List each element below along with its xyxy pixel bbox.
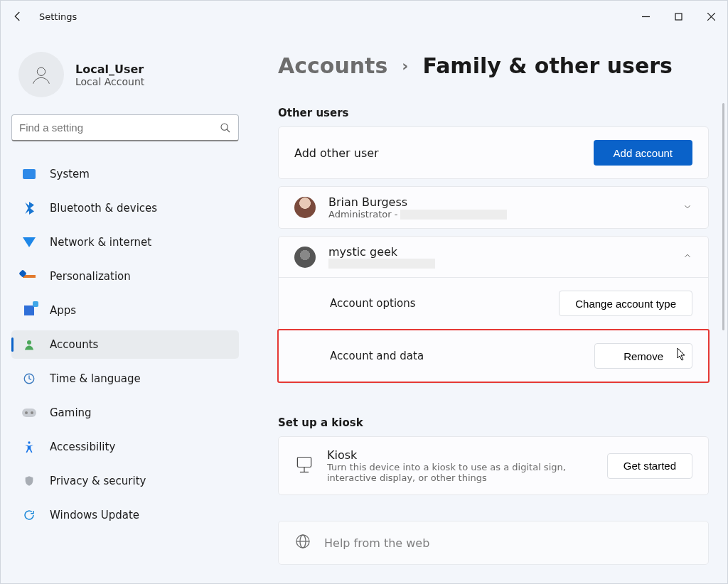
gamepad-icon bbox=[21, 405, 37, 421]
remove-button[interactable]: Remove bbox=[594, 343, 692, 369]
close-button[interactable] bbox=[695, 1, 727, 32]
add-other-user-label: Add other user bbox=[294, 146, 379, 160]
page-title: Family & other users bbox=[422, 53, 673, 78]
profile-block[interactable]: Local_User Local Account bbox=[11, 52, 239, 97]
sidebar: Local_User Local Account System Bluetoot… bbox=[1, 32, 250, 583]
kiosk-description: Turn this device into a kiosk to use as … bbox=[327, 462, 569, 483]
nav-accounts[interactable]: Accounts bbox=[11, 330, 239, 359]
account-and-data-row: Account and data Remove bbox=[279, 330, 708, 382]
add-other-user-row: Add other user Add account bbox=[278, 126, 709, 179]
user-expanded-options: Account options Change account type Acco… bbox=[279, 277, 708, 383]
svg-point-5 bbox=[221, 124, 228, 130]
user-mystic-geek: mystic geek Account options Change accou… bbox=[278, 236, 709, 384]
breadcrumb: Accounts › Family & other users bbox=[278, 53, 709, 78]
scrollbar[interactable] bbox=[722, 103, 724, 330]
nav-personalization[interactable]: Personalization bbox=[11, 262, 239, 291]
main-content: Accounts › Family & other users Other us… bbox=[250, 32, 727, 583]
get-started-button[interactable]: Get started bbox=[607, 453, 692, 479]
breadcrumb-root[interactable]: Accounts bbox=[278, 53, 387, 78]
update-icon bbox=[21, 507, 37, 523]
brush-icon bbox=[21, 269, 37, 284]
redacted-text bbox=[400, 210, 507, 220]
search-input[interactable] bbox=[19, 121, 220, 134]
chevron-right-icon: › bbox=[402, 57, 408, 75]
display-icon bbox=[21, 166, 37, 182]
nav-network[interactable]: Network & internet bbox=[11, 228, 239, 256]
svg-rect-10 bbox=[297, 457, 311, 467]
avatar-icon bbox=[294, 247, 316, 268]
user-name: Brian Burgess bbox=[328, 195, 507, 209]
globe-icon bbox=[294, 533, 311, 553]
highlight-annotation: Account and data Remove bbox=[277, 329, 710, 383]
kiosk-icon bbox=[294, 455, 314, 477]
search-box[interactable] bbox=[11, 114, 239, 141]
redacted-text bbox=[328, 259, 435, 269]
profile-name: Local_User bbox=[75, 63, 144, 76]
user-row[interactable]: Brian Burgess Administrator - bbox=[279, 187, 708, 228]
svg-point-7 bbox=[27, 340, 31, 345]
window-controls bbox=[629, 1, 727, 32]
bluetooth-icon bbox=[21, 200, 37, 216]
nav-list: System Bluetooth & devices Network & int… bbox=[11, 160, 239, 529]
nav-bluetooth[interactable]: Bluetooth & devices bbox=[11, 194, 239, 222]
svg-point-4 bbox=[37, 67, 45, 75]
nav-apps[interactable]: Apps bbox=[11, 296, 239, 325]
search-icon bbox=[220, 122, 231, 134]
wifi-icon bbox=[21, 234, 37, 250]
account-options-label: Account options bbox=[330, 297, 416, 310]
profile-type: Local Account bbox=[75, 76, 144, 87]
user-brian-burgess: Brian Burgess Administrator - bbox=[278, 186, 709, 229]
add-account-button[interactable]: Add account bbox=[594, 140, 692, 166]
user-row[interactable]: mystic geek bbox=[279, 237, 708, 277]
kiosk-title: Kiosk bbox=[327, 448, 569, 462]
nav-gaming[interactable]: Gaming bbox=[11, 399, 239, 427]
user-role bbox=[328, 259, 435, 269]
nav-windows-update[interactable]: Windows Update bbox=[11, 501, 239, 529]
nav-accessibility[interactable]: Accessibility bbox=[11, 433, 239, 461]
chevron-up-icon bbox=[682, 250, 692, 264]
kiosk-heading: Set up a kiosk bbox=[278, 416, 709, 429]
user-role: Administrator - bbox=[328, 209, 507, 220]
clock-globe-icon bbox=[21, 371, 37, 386]
avatar-icon bbox=[18, 52, 64, 97]
accessibility-icon bbox=[21, 439, 37, 455]
avatar-icon bbox=[294, 197, 316, 218]
help-label: Help from the web bbox=[324, 536, 429, 550]
minimize-button[interactable] bbox=[629, 1, 662, 32]
account-options-row: Account options Change account type bbox=[279, 278, 708, 329]
chevron-down-icon bbox=[682, 201, 692, 215]
nav-system[interactable]: System bbox=[11, 160, 239, 188]
svg-line-6 bbox=[227, 129, 230, 132]
person-icon bbox=[21, 337, 37, 352]
account-and-data-label: Account and data bbox=[330, 350, 424, 362]
apps-icon bbox=[21, 303, 37, 318]
help-row[interactable]: Help from the web bbox=[278, 521, 709, 565]
svg-rect-1 bbox=[675, 13, 682, 20]
nav-time-language[interactable]: Time & language bbox=[11, 364, 239, 393]
titlebar: Settings bbox=[1, 1, 727, 32]
window-title: Settings bbox=[39, 11, 77, 22]
maximize-button[interactable] bbox=[662, 1, 695, 32]
user-name: mystic geek bbox=[328, 245, 435, 259]
nav-privacy[interactable]: Privacy & security bbox=[11, 467, 239, 495]
change-account-type-button[interactable]: Change account type bbox=[559, 291, 692, 316]
kiosk-row: Kiosk Turn this device into a kiosk to u… bbox=[278, 436, 709, 495]
other-users-heading: Other users bbox=[278, 107, 709, 119]
shield-icon bbox=[21, 473, 37, 489]
svg-point-9 bbox=[28, 441, 30, 443]
back-button[interactable] bbox=[8, 10, 28, 23]
